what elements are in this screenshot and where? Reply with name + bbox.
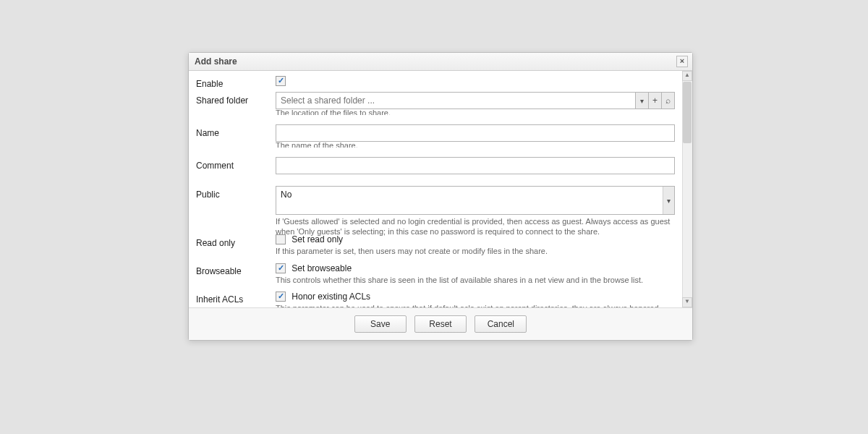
inherit-acls-checkbox[interactable] (276, 292, 286, 302)
search-icon: ⌕ (665, 95, 671, 106)
row-name: Name The name of the share. (196, 124, 685, 150)
dialog-titlebar: Add share × (189, 53, 692, 71)
enable-checkbox[interactable] (276, 76, 286, 86)
scroll-up-icon: ▲ (684, 72, 690, 78)
shared-folder-add-button[interactable]: + (649, 92, 662, 109)
scrollbar[interactable]: ▲ ▼ (682, 71, 692, 307)
inherit-acls-help: This parameter can be used to ensure tha… (276, 303, 675, 308)
label-name: Name (196, 124, 276, 138)
control-inherit-acls: Honor existing ACLs This parameter can b… (276, 291, 685, 308)
name-input[interactable] (276, 124, 675, 142)
public-value: No (281, 190, 292, 200)
chevron-down-icon: ▾ (667, 197, 671, 205)
close-icon: × (680, 56, 684, 65)
browseable-help: This controls whether this share is seen… (276, 275, 675, 285)
control-public: No ▾ If 'Guests allowed' is selected and… (276, 186, 685, 239)
row-shared-folder: Shared folder ▾ + ⌕ The lo (196, 92, 685, 117)
chevron-down-icon: ▾ (640, 97, 644, 105)
shared-folder-input[interactable] (276, 92, 636, 109)
shared-folder-search-button[interactable]: ⌕ (662, 92, 675, 109)
public-select[interactable]: No ▾ (276, 186, 675, 215)
label-browseable: Browseable (196, 263, 276, 276)
shared-folder-dropdown-button[interactable]: ▾ (636, 92, 649, 109)
dialog-body: Enable Shared folder ▾ + (189, 71, 692, 340)
control-enable (276, 75, 685, 88)
label-inherit-acls: Inherit ACLs (196, 291, 276, 305)
save-button[interactable]: Save (354, 315, 407, 333)
close-button[interactable]: × (676, 56, 688, 67)
plus-icon: + (652, 95, 658, 106)
scroll-up-button[interactable]: ▲ (682, 71, 692, 81)
label-comment: Comment (196, 157, 276, 171)
label-read-only: Read only (196, 225, 276, 248)
browseable-checkbox[interactable] (276, 263, 286, 273)
form-scroll-area: Enable Shared folder ▾ + (189, 71, 692, 308)
name-help: The name of the share. (276, 141, 675, 148)
shared-folder-field: ▾ + ⌕ (276, 92, 675, 109)
cancel-button[interactable]: Cancel (475, 315, 527, 333)
dialog-title: Add share (195, 56, 237, 67)
control-name: The name of the share. (276, 124, 685, 150)
browseable-box-label: Set browseable (292, 263, 352, 273)
add-share-dialog: Add share × Enable Shared folder (188, 52, 693, 341)
shared-folder-help: The location of the files to share. (276, 109, 675, 115)
label-public: Public (196, 186, 276, 200)
dialog-footer: Save Reset Cancel (189, 308, 692, 340)
control-browseable: Set browseable This controls whether thi… (276, 263, 685, 286)
row-inherit-acls: Inherit ACLs Honor existing ACLs This pa… (196, 291, 685, 308)
scroll-thumb[interactable] (683, 82, 692, 143)
comment-input[interactable] (276, 157, 675, 174)
label-shared-folder: Shared folder (196, 92, 276, 106)
scroll-down-button[interactable]: ▼ (682, 297, 692, 307)
row-comment: Comment (196, 157, 685, 176)
row-browseable: Browseable Set browseable This controls … (196, 263, 685, 286)
public-help: If 'Guests allowed' is selected and no l… (276, 216, 675, 237)
read-only-help: If this parameter is set, then users may… (276, 246, 675, 256)
control-shared-folder: ▾ + ⌕ The location of the files to share… (276, 92, 685, 117)
scroll-down-icon: ▼ (684, 298, 690, 305)
label-enable: Enable (196, 75, 276, 89)
control-comment (276, 157, 685, 176)
inherit-acls-box-label: Honor existing ACLs (292, 292, 370, 302)
public-dropdown-button[interactable]: ▾ (663, 187, 674, 214)
row-enable: Enable (196, 75, 685, 89)
reset-button[interactable]: Reset (414, 315, 467, 333)
